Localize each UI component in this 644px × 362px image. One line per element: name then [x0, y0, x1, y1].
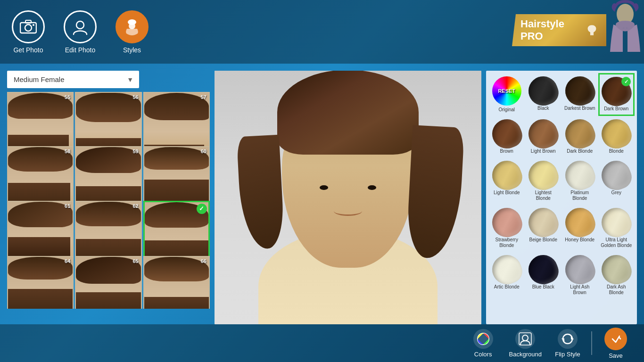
- color-cell-platinum[interactable]: Platinum Blonde: [561, 157, 598, 205]
- color-swatch-light-brown: [525, 115, 562, 152]
- bottom-divider: [591, 331, 592, 355]
- nav-styles[interactable]: Styles: [113, 10, 151, 54]
- color-cell-lightest-blonde[interactable]: Lightest Blonde: [525, 157, 562, 205]
- color-cell-ultra-light[interactable]: Ultra Light Golden Blonde: [598, 205, 635, 252]
- color-swatch-light-ash-brown: [561, 251, 598, 288]
- color-label-darkest-brown: Darkest Brown: [564, 106, 595, 111]
- style-number: 58: [65, 148, 70, 154]
- style-item-65[interactable]: 65: [75, 256, 141, 309]
- color-label-blue-black: Blue Black: [532, 284, 554, 290]
- bottom-bar: Colors Background Flip Style: [0, 324, 644, 362]
- svg-rect-2: [25, 20, 31, 23]
- color-label-beige-blonde: Beige Blonde: [529, 237, 558, 243]
- styles-label: Styles: [123, 46, 141, 54]
- top-navigation: Get Photo Edit Photo Styles: [9, 10, 151, 54]
- color-swatch-beige-blonde: [525, 204, 562, 241]
- nav-edit-photo[interactable]: Edit Photo: [61, 10, 99, 54]
- styles-icon: [116, 10, 149, 43]
- color-swatch-darkest-brown: [561, 72, 598, 109]
- style-number: 61: [65, 203, 70, 209]
- color-cell-honey-blonde[interactable]: Honey Blonde: [561, 205, 598, 252]
- left-panel: Medium Female Short Female Long Female M…: [7, 71, 210, 324]
- color-label-light-ash-brown: Light Ash Brown: [564, 284, 596, 296]
- style-grid: 55 56 57: [7, 92, 210, 309]
- color-swatch-blue-black: [525, 251, 562, 288]
- color-cell-blue-black[interactable]: Blue Black: [525, 252, 562, 299]
- color-cell-light-blonde[interactable]: Light Blonde: [488, 157, 525, 205]
- flip-style-icon: [558, 329, 578, 349]
- style-number: 66: [201, 258, 206, 264]
- color-cell-beige-blonde[interactable]: Beige Blonde: [525, 205, 562, 252]
- style-number: 62: [132, 203, 138, 209]
- color-label-honey-blonde: Honey Blonde: [565, 237, 594, 243]
- colors-action[interactable]: Colors: [464, 327, 502, 360]
- flip-style-action[interactable]: Flip Style: [549, 327, 586, 360]
- color-cell-dark-ash-blonde[interactable]: Dark Ash Blonde: [598, 252, 635, 299]
- color-cell-light-ash-brown[interactable]: Light Ash Brown: [561, 252, 598, 299]
- color-swatch-honey-blonde: [561, 204, 598, 241]
- color-swatch-blonde: [598, 115, 635, 152]
- edit-photo-icon: [64, 10, 97, 43]
- style-item-66[interactable]: 66: [143, 256, 210, 309]
- logo-area: Hairstyle PRO: [512, 0, 644, 64]
- background-label: Background: [509, 351, 542, 358]
- svg-point-4: [76, 21, 84, 29]
- edit-photo-label: Edit Photo: [65, 46, 96, 54]
- save-action[interactable]: Save: [597, 325, 635, 362]
- background-icon: [515, 329, 535, 349]
- color-cell-light-brown[interactable]: Light Brown: [525, 116, 562, 157]
- style-number: 64: [65, 258, 70, 264]
- style-number: 57: [201, 94, 206, 100]
- color-label-platinum: Platinum Blonde: [564, 190, 596, 201]
- color-cell-strawberry[interactable]: Strawberry Blonde: [488, 205, 525, 252]
- style-number: 65: [132, 258, 138, 264]
- background-action[interactable]: Background: [504, 327, 546, 360]
- color-swatch-artic-blonde: [488, 251, 525, 288]
- style-category-dropdown[interactable]: Medium Female Short Female Long Female M…: [7, 71, 139, 88]
- color-swatch-black: [525, 72, 562, 109]
- color-label-light-brown: Light Brown: [531, 148, 556, 154]
- color-cell-dark-blonde[interactable]: Dark Blonde: [561, 116, 598, 157]
- flip-style-label: Flip Style: [555, 351, 580, 358]
- color-label-original: Original: [499, 107, 515, 113]
- color-swatch-dark-ash-blonde: [598, 251, 635, 288]
- color-swatch-grey: [598, 156, 635, 194]
- color-cell-artic-blonde[interactable]: Artic Blonde: [488, 252, 525, 299]
- svg-point-3: [33, 24, 34, 26]
- app-title: Hairstyle PRO: [520, 18, 582, 42]
- color-label-artic-blonde: Artic Blonde: [494, 284, 520, 290]
- style-dropdown-wrapper[interactable]: Medium Female Short Female Long Female M…: [7, 71, 139, 88]
- save-label: Save: [609, 352, 623, 359]
- color-cell-black[interactable]: Black: [525, 73, 562, 116]
- style-number: 59: [132, 148, 138, 154]
- style-item-64[interactable]: 64: [7, 256, 74, 309]
- color-cell-darkest-brown[interactable]: Darkest Brown: [561, 73, 598, 116]
- svg-point-1: [25, 25, 32, 31]
- color-label-brown: Brown: [500, 148, 513, 154]
- nav-get-photo[interactable]: Get Photo: [9, 10, 47, 54]
- color-swatch-light-blonde: [488, 156, 525, 194]
- app-logo: Hairstyle PRO: [512, 14, 606, 46]
- color-cell-original[interactable]: RESET Original: [488, 73, 525, 116]
- center-preview-panel: [215, 71, 481, 324]
- color-swatch-ultra-light: [598, 204, 635, 241]
- color-cell-blonde[interactable]: Blonde: [598, 116, 635, 157]
- selected-checkmark: ✓: [197, 204, 207, 214]
- color-label-light-blonde: Light Blonde: [494, 190, 520, 196]
- color-label-dark-blonde: Dark Blonde: [567, 148, 593, 154]
- svg-point-10: [522, 335, 528, 341]
- color-swatch-lightest-blonde: [525, 156, 562, 194]
- color-label-lightest-blonde: Lightest Blonde: [528, 190, 560, 201]
- save-icon: [604, 328, 627, 350]
- color-selected-checkmark: ✓: [621, 77, 631, 86]
- portrait-preview: [215, 71, 481, 324]
- color-cell-grey[interactable]: Grey: [598, 157, 635, 205]
- color-label-grey: Grey: [611, 190, 621, 196]
- style-number: 55: [65, 94, 70, 100]
- color-palette-panel: RESET Original Black Darkest Brown ✓ Dar…: [486, 71, 637, 324]
- get-photo-icon: [12, 10, 45, 43]
- color-label-strawberry: Strawberry Blonde: [491, 237, 523, 248]
- color-label-dark-brown: Dark Brown: [604, 106, 628, 112]
- color-cell-brown[interactable]: Brown: [488, 116, 525, 157]
- color-cell-dark-brown[interactable]: ✓ Dark Brown: [598, 73, 635, 116]
